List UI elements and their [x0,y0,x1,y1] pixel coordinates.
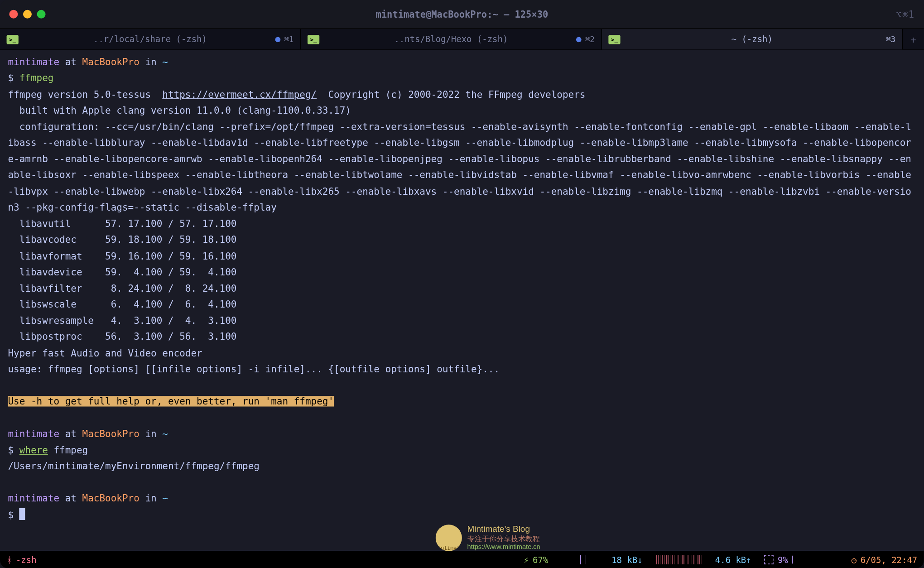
output-line: configuration: --cc=/usr/bin/clang --pre… [8,121,911,213]
output-lib: libpostproc 56. 3.100 / 56. 3.100 [8,332,236,342]
sb-net-up-val: 4.6 kB↑ [715,555,751,565]
prompt-user: mintimate [8,493,59,503]
output-lib: libswresample 4. 3.100 / 4. 3.100 [8,315,236,326]
output-line: /Users/mintimate/myEnvironment/ffmpeg/ff… [8,461,259,471]
sb-net-down: 18 kB↓ [611,555,642,565]
output-hint-highlighted: Use -h to get full help or, even better,… [8,396,334,406]
prompt-symbol: $ [8,509,19,520]
prompt-user: mintimate [8,57,59,67]
output-line: built with Apple clang version 11.0.0 (c… [8,105,351,116]
prompt-path: ~ [162,57,168,67]
output-line: ffmpeg version 5.0-tessus [8,89,162,100]
output-line: usage: ffmpeg [options] [[infile options… [8,364,500,374]
prompt-host: MacBookPro [82,57,140,67]
sb-net-up: 4.6 kB↑ [715,555,751,565]
prompt-at: at [59,428,82,439]
cursor [19,508,25,520]
output-url: https://evermeet.cx/ffmpeg/ [162,89,317,100]
sb-cpu-val: 9% [778,555,788,565]
traffic-lights [9,10,45,19]
terminal-icon: >_ [7,34,19,43]
terminal-output[interactable]: mintimate at MacBookPro in ~ $ ffmpeg ff… [0,50,924,550]
sb-clock: ◷ 6/05, 22:47 [852,555,918,565]
prompt-at: at [59,57,82,67]
branch-icon: ᚼ [7,555,12,565]
command-arg: ffmpeg [48,444,88,455]
battery-icon: ⚡ [524,555,529,565]
sb-process-name: -zsh [16,555,37,565]
titlebar: mintimate@MacBookPro:~ — 125×30 ⌥⌘1 [0,0,924,29]
prompt-symbol: $ [8,73,19,83]
sb-battery: ⚡ 67% [524,555,598,565]
terminal-icon: >_ [608,34,620,43]
output-line: Hyper fast Audio and Video encoder [8,347,202,358]
battery-graph [552,555,598,564]
tab-dirty-dot [576,37,581,42]
output-lib: libavfilter 8. 24.100 / 8. 24.100 [8,283,236,294]
cpu-graph [792,556,838,563]
prompt-in: in [140,428,162,439]
prompt-in: in [140,493,162,503]
prompt-host: MacBookPro [82,428,140,439]
clock-icon: ◷ [852,555,857,565]
tab-shortcut: ⌘1 [284,34,294,43]
prompt-at: at [59,493,82,503]
prompt-symbol: $ [8,444,19,455]
output-lib: libavdevice 59. 4.100 / 59. 4.100 [8,267,236,277]
sb-datetime: 6/05, 22:47 [861,555,917,565]
tab-label: ..nts/Blog/Hexo (-zsh) [394,34,508,44]
prompt-in: in [140,57,162,67]
window-title-shortcut: ⌥⌘1 [896,9,914,19]
minimize-window-button[interactable] [23,10,32,19]
sb-battery-pct: 67% [533,555,548,565]
tab-shortcut: ⌘2 [585,34,595,43]
tab-dirty-dot [275,37,280,42]
tab-shortcut: ⌘3 [886,34,895,43]
sb-cpu: 9% [765,555,838,565]
prompt-host: MacBookPro [82,493,140,503]
window-title: mintimate@MacBookPro:~ — 125×30 [0,9,924,19]
command-ffmpeg: ffmpeg [19,73,54,83]
prompt-path: ~ [162,493,168,503]
close-window-button[interactable] [9,10,18,19]
terminal-icon: >_ [308,34,319,43]
output-lib: libavutil 57. 17.100 / 57. 17.100 [8,218,236,229]
tab-3[interactable]: >_ ~ (-zsh) ⌘3 [602,29,903,49]
tab-1[interactable]: >_ ..r/local/share (-zsh) ⌘1 [0,29,301,49]
maximize-window-button[interactable] [37,10,46,19]
tab-label: ..r/local/share (-zsh) [93,34,207,44]
tab-2[interactable]: >_ ..nts/Blog/Hexo (-zsh) ⌘2 [301,29,602,49]
output-lib: libswscale 6. 4.100 / 6. 4.100 [8,299,236,309]
sb-net-down-val: 18 kB↓ [611,555,642,565]
cpu-icon [765,555,774,564]
prompt-user: mintimate [8,428,59,439]
output-lib: libavformat 59. 16.100 / 59. 16.100 [8,250,236,261]
command-where: where [19,444,48,455]
sb-process: ᚼ -zsh [7,555,37,565]
output-lib: libavcodec 59. 18.100 / 59. 18.100 [8,235,236,245]
tab-label: ~ (-zsh) [732,34,773,44]
tab-bar: >_ ..r/local/share (-zsh) ⌘1 >_ ..nts/Bl… [0,29,924,50]
net-graph [656,555,702,564]
status-bar: ᚼ -zsh ⚡ 67% 18 kB↓ 4.6 kB↑ 9% [0,550,924,568]
terminal-window: mintimate@MacBookPro:~ — 125×30 ⌥⌘1 >_ .… [0,0,924,568]
new-tab-button[interactable]: + [903,29,924,49]
prompt-path: ~ [162,428,168,439]
output-line: Copyright (c) 2000-2022 the FFmpeg devel… [317,89,585,100]
